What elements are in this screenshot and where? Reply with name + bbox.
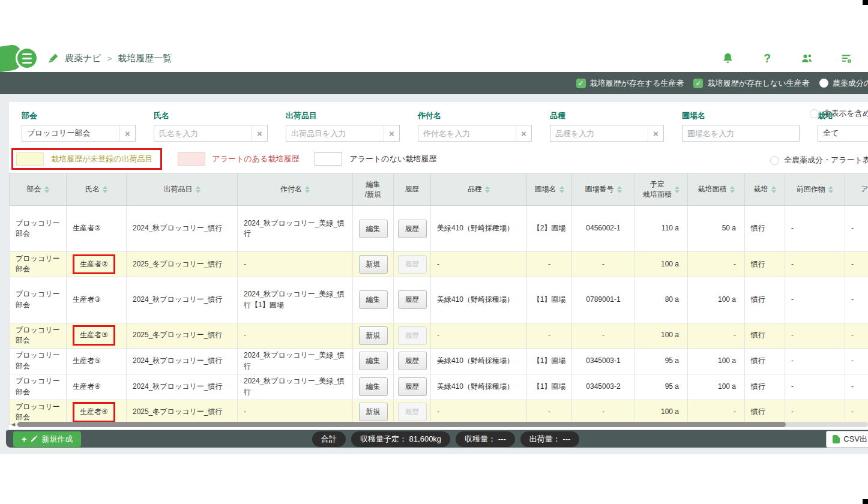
name-input[interactable] [154, 125, 252, 141]
variety-input[interactable] [550, 125, 648, 141]
legend-label: アラートのない栽培履歴 [349, 154, 436, 164]
settings-list-icon[interactable] [839, 52, 854, 66]
scrollbar-thumb[interactable] [17, 422, 786, 427]
shipping-item-input[interactable] [286, 125, 384, 141]
sort-icon[interactable] [196, 186, 200, 193]
table-body: ブロッコリー部会生産者②2024_秋ブロッコリー_慣行2024_秋ブロッコリー_… [10, 206, 868, 425]
sort-icon[interactable] [828, 186, 833, 193]
toolbar-checkbox-pesticide[interactable]: 農薬成分の [819, 78, 868, 89]
field-name-input[interactable] [683, 125, 799, 141]
clear-icon[interactable]: × [384, 125, 399, 141]
toolbar-checkbox-with-history[interactable]: ✓ 栽培履歴が存在する生産者 [576, 78, 684, 89]
app-logo[interactable] [0, 45, 41, 72]
sort-icon[interactable] [103, 186, 107, 193]
all-components-option[interactable]: 全農薬成分・アラート表 [770, 155, 868, 166]
producer-name-highlighted: 生産者④ [73, 402, 115, 422]
table-cell: 美緑410（野崎採種場） [431, 206, 527, 252]
table-cell: - [572, 252, 635, 277]
column-label: 栽培面積 [698, 184, 727, 194]
history-button[interactable]: 履歴 [398, 220, 427, 238]
column-header[interactable]: 部会 [10, 173, 67, 206]
scroll-left-icon[interactable]: ◀ [9, 422, 17, 427]
column-header[interactable]: 圃場名 [527, 173, 572, 206]
help-icon[interactable]: ? [760, 52, 774, 66]
table-cell: ブロッコリー部会 [10, 206, 67, 252]
csv-export-button[interactable]: CSV出力 [826, 431, 868, 448]
table-row: ブロッコリー部会生産者④2024_秋ブロッコリー_慣行2024_秋ブロッコリー_… [10, 374, 868, 400]
sort-icon[interactable] [617, 186, 622, 193]
checkbox-checked-icon: ✓ [576, 79, 586, 88]
table-cell: 100 a [635, 323, 688, 348]
filter-field-name: 氏名 × [154, 110, 268, 142]
select-value: 全て [823, 128, 839, 139]
horizontal-scrollbar[interactable]: ◀ [9, 421, 868, 427]
new-record-button[interactable]: 新規 [359, 403, 388, 421]
sort-icon[interactable] [730, 186, 735, 193]
sort-icon[interactable] [771, 186, 776, 193]
table-cell: 【2】圃場 [527, 206, 572, 252]
toolbar-checkbox-without-history[interactable]: ✓ 栽培履歴が存在しない生産者 [693, 78, 809, 89]
sort-icon[interactable] [485, 186, 490, 193]
column-header[interactable]: 前回作物 [785, 173, 845, 206]
filter-label: 品種 [550, 110, 664, 121]
column-header[interactable]: 予定 栽培面積 [635, 173, 688, 206]
clear-icon[interactable]: × [516, 125, 531, 141]
breadcrumb-app[interactable]: 農薬ナビ [65, 53, 101, 64]
bukai-input[interactable] [22, 125, 119, 141]
table-cell: 2024_秋ブロッコリー_美緑_慣行 [238, 374, 353, 400]
new-record-button[interactable]: 新規 [359, 255, 388, 274]
history-button[interactable]: 履歴 [398, 352, 427, 370]
clear-icon[interactable]: × [252, 125, 267, 141]
column-header[interactable]: 栽培 [745, 173, 785, 206]
table-cell: - [785, 252, 845, 277]
history-button[interactable]: 履歴 [398, 377, 427, 396]
column-header[interactable]: 出荷品目 [127, 173, 238, 206]
sort-icon[interactable] [305, 186, 310, 193]
include-hidden-checkbox[interactable]: 非表示を含め [810, 108, 868, 119]
table-cell: 美緑410（野崎採種場） [431, 348, 527, 374]
clear-icon[interactable]: × [119, 125, 135, 141]
table-cell: ブロッコリー部会 [10, 323, 67, 348]
sort-icon[interactable] [44, 186, 49, 193]
table-cell: 2024_秋ブロッコリー_美緑_慣行 [238, 348, 353, 374]
table-cell: 【1】圃場 [527, 277, 572, 323]
edit-button[interactable]: 編集 [359, 220, 388, 238]
table-cell: ブロッコリー部会 [10, 277, 67, 323]
column-header[interactable]: 圃場番号 [572, 173, 635, 206]
column-label: 圃場番号 [585, 184, 614, 194]
cultivation-select[interactable]: 全て [818, 125, 868, 142]
filter-field-item: 出荷品目 × [286, 110, 400, 142]
users-icon[interactable] [800, 52, 814, 66]
toolbar-checkbox-label: 栽培履歴が存在しない生産者 [707, 78, 809, 89]
filter-field-hojo: 圃場名 [682, 110, 800, 142]
edit-button[interactable]: 編集 [359, 377, 388, 396]
table-cell: 慣行 [745, 374, 785, 400]
edit-button[interactable]: 編集 [359, 352, 388, 370]
planting-name-input[interactable] [418, 125, 516, 141]
create-new-button[interactable]: + 新規作成 [13, 431, 81, 447]
table-cell: 2024_秋ブロッコリー_慣行 [127, 374, 238, 400]
csv-export-label: CSV出力 [843, 434, 868, 445]
table-cell: 2025_冬ブロッコリー_慣行 [127, 323, 238, 348]
column-label: 品種 [468, 184, 482, 194]
table-cell: 0456002-1 [572, 206, 635, 252]
column-header[interactable]: 栽培面積 [688, 173, 745, 206]
column-header[interactable]: 氏名 [67, 173, 127, 206]
menu-icon[interactable] [16, 47, 38, 70]
sort-icon[interactable] [559, 186, 564, 193]
sort-icon[interactable] [675, 186, 680, 193]
total-badge: 合計 [312, 431, 346, 447]
new-record-button[interactable]: 新規 [359, 326, 388, 345]
edit-button[interactable]: 編集 [359, 290, 388, 309]
table-row: ブロッコリー部会生産者⑤2024_秋ブロッコリー_慣行2024_秋ブロッコリー_… [10, 348, 868, 374]
pen-icon [47, 53, 59, 65]
table-cell: - [688, 252, 745, 277]
bell-icon[interactable] [720, 52, 735, 66]
table-cell: - [238, 323, 353, 348]
column-header[interactable]: 作付名 [238, 173, 353, 206]
history-button[interactable]: 履歴 [398, 290, 427, 309]
clear-icon[interactable]: × [648, 125, 663, 141]
legend-label: アラートのある栽培履歴 [212, 154, 300, 164]
column-header[interactable]: 品種 [431, 173, 527, 206]
scrollbar-track[interactable] [17, 422, 868, 427]
